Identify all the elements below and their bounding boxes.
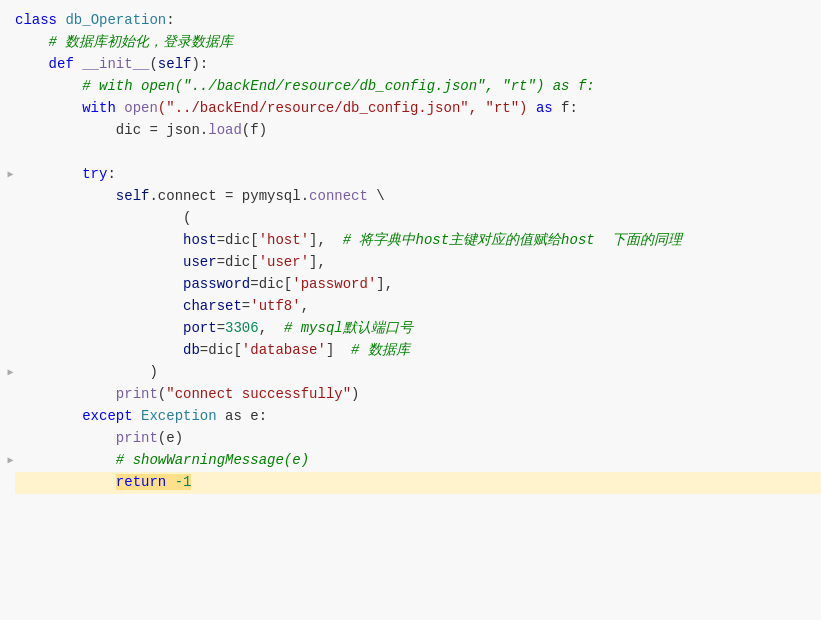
gutter-marker <box>3 384 18 406</box>
gutter-marker <box>3 296 18 318</box>
line-content: class db_Operation: <box>15 10 821 32</box>
code-line: class db_Operation: <box>0 10 821 32</box>
code-line: with open("../backEnd/resource/db_config… <box>0 98 821 120</box>
code-line: db=dic['database'] # 数据库 <box>0 340 821 362</box>
gutter-marker <box>3 186 18 208</box>
gutter-marker: ▶ <box>3 164 18 186</box>
line-content: port=3306, # mysql默认端口号 <box>15 318 821 340</box>
gutter-marker <box>3 472 18 494</box>
gutter-marker <box>3 230 18 252</box>
line-content: host=dic['host'], # 将字典中host主键对应的值赋给host… <box>15 230 821 252</box>
gutter-marker <box>3 340 18 362</box>
line-content: self.connect = pymysql.connect \ <box>15 186 821 208</box>
line-content: try: <box>15 164 821 186</box>
gutter-marker <box>3 208 18 230</box>
code-line: print(e) <box>0 428 821 450</box>
code-line: password=dic['password'], <box>0 274 821 296</box>
code-line: charset='utf8', <box>0 296 821 318</box>
gutter-marker <box>3 98 18 120</box>
code-line <box>0 142 821 164</box>
gutter-marker <box>3 54 18 76</box>
line-content: def __init__(self): <box>15 54 821 76</box>
gutter-marker <box>3 76 18 98</box>
code-line: host=dic['host'], # 将字典中host主键对应的值赋给host… <box>0 230 821 252</box>
line-content: # showWarningMessage(e) <box>15 450 821 472</box>
line-content: ) <box>15 362 821 384</box>
line-content: ( <box>15 208 821 230</box>
line-content: except Exception as e: <box>15 406 821 428</box>
line-content: user=dic['user'], <box>15 252 821 274</box>
line-content: print(e) <box>15 428 821 450</box>
line-content: password=dic['password'], <box>15 274 821 296</box>
code-line: # with open("../backEnd/resource/db_conf… <box>0 76 821 98</box>
code-line: port=3306, # mysql默认端口号 <box>0 318 821 340</box>
code-line: self.connect = pymysql.connect \ <box>0 186 821 208</box>
code-line: ▶ ) <box>0 362 821 384</box>
line-content: # with open("../backEnd/resource/db_conf… <box>15 76 821 98</box>
gutter-marker: ▶ <box>3 362 18 384</box>
code-editor: class db_Operation: # 数据库初始化，登录数据库 def _… <box>0 0 821 620</box>
code-line: ▶ # showWarningMessage(e) <box>0 450 821 472</box>
line-content: print("connect successfully") <box>15 384 821 406</box>
gutter-marker <box>3 274 18 296</box>
code-line: dic = json.load(f) <box>0 120 821 142</box>
code-line: print("connect successfully") <box>0 384 821 406</box>
code-line: return -1 <box>0 472 821 494</box>
gutter-marker <box>3 406 18 428</box>
code-line: user=dic['user'], <box>0 252 821 274</box>
line-content: charset='utf8', <box>15 296 821 318</box>
code-line: except Exception as e: <box>0 406 821 428</box>
gutter-marker <box>3 10 18 32</box>
line-content: with open("../backEnd/resource/db_config… <box>15 98 821 120</box>
line-content: db=dic['database'] # 数据库 <box>15 340 821 362</box>
gutter-marker <box>3 318 18 340</box>
code-line: # 数据库初始化，登录数据库 <box>0 32 821 54</box>
gutter-marker <box>3 428 18 450</box>
gutter-marker <box>3 142 18 164</box>
gutter-marker <box>3 252 18 274</box>
line-content: # 数据库初始化，登录数据库 <box>15 32 821 54</box>
code-line: ( <box>0 208 821 230</box>
code-line: ▶ try: <box>0 164 821 186</box>
line-content: return -1 <box>15 472 821 494</box>
gutter-marker <box>3 32 18 54</box>
line-content <box>15 142 821 164</box>
gutter-marker: ▶ <box>3 450 18 472</box>
line-content: dic = json.load(f) <box>15 120 821 142</box>
gutter-marker <box>3 120 18 142</box>
code-line: def __init__(self): <box>0 54 821 76</box>
